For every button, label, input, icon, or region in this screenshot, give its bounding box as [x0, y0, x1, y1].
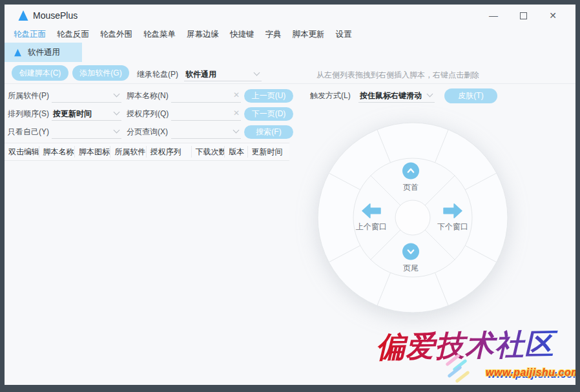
column-header-serial: 授权序列 [147, 146, 192, 158]
maximize-icon [520, 12, 527, 19]
trigger-mode-select[interactable]: 按住鼠标右键滑动 [358, 88, 435, 103]
chevron-down-icon [427, 91, 433, 98]
column-header-name: 脚本名称 [39, 146, 75, 158]
script-table-header: 双击编辑 脚本名称 脚本图标 所属软件 授权序列 下载次数 版本 更新时间 [5, 143, 289, 161]
mouseplus-logo-icon [17, 10, 29, 21]
chevron-down-circle-icon [402, 243, 419, 260]
owner-software-label: 所属软件(P) [8, 90, 54, 101]
search-button[interactable]: 搜索(F) [244, 125, 293, 139]
page-query-label: 分页查询(X) [127, 127, 172, 138]
watermark-url: www.paijishu.com [486, 367, 575, 378]
profile-triangle-icon [14, 48, 22, 57]
chevron-down-icon [114, 91, 120, 98]
decor-streak [455, 371, 470, 384]
drag-hint-text: 从左侧列表拖拽到右侧插入脚本，右键点击删除 [316, 70, 479, 81]
tab-screen-edge[interactable]: 屏幕边缘 [186, 28, 220, 43]
tab-script-update[interactable]: 脚本更新 [292, 28, 326, 43]
auth-serial-label: 授权序列(Q) [127, 108, 172, 119]
inherit-wheel-value: 软件通用 [185, 69, 216, 80]
profile-tab-label: 软件通用 [28, 47, 60, 58]
close-button[interactable]: ✕ [538, 7, 568, 24]
column-header-software: 所属软件 [110, 146, 146, 158]
wheel-sector-next-window[interactable]: 下个窗口 [437, 203, 468, 232]
only-mine-select[interactable] [52, 125, 121, 139]
script-name-label: 脚本名称(N) [127, 90, 172, 101]
maximize-button[interactable] [508, 7, 538, 24]
title-bar: MousePlus — ✕ [5, 5, 575, 26]
wheel-graphic [316, 122, 510, 316]
auth-serial-input[interactable]: ✕ [171, 107, 241, 121]
column-header-updated: 更新时间 [248, 146, 289, 158]
sort-order-label: 排列顺序(S) [8, 108, 54, 119]
toolbar-divider [5, 83, 575, 84]
profile-tab-general[interactable]: 软件通用 [5, 43, 82, 62]
mouseplus-window: MousePlus — ✕ 轮盘正面 轮盘反面 轮盘外围 轮盘菜单 屏幕边缘 快… [5, 5, 575, 385]
only-mine-label: 只看自己(Y) [8, 127, 54, 138]
skin-button[interactable]: 皮肤(T) [444, 88, 497, 103]
inherit-wheel-select[interactable]: 软件通用 [184, 67, 262, 81]
window-title: MousePlus [33, 10, 78, 21]
owner-software-select[interactable] [52, 88, 121, 103]
tab-hotkeys[interactable]: 快捷键 [229, 28, 255, 43]
clear-icon[interactable]: ✕ [233, 90, 240, 99]
wheel-sector-prev-window[interactable]: 上个窗口 [356, 203, 387, 232]
column-header-downloads: 下载次数 [192, 146, 225, 158]
chevron-down-icon [233, 127, 240, 134]
prev-page-button[interactable]: 上一页(U) [244, 89, 293, 103]
wheel-label-top: 页首 [403, 182, 419, 193]
chevron-up-circle-icon [402, 163, 419, 180]
tab-settings[interactable]: 设置 [335, 28, 353, 43]
column-header-version: 版本 [225, 146, 247, 158]
sort-order-select[interactable]: 按更新时间 [52, 107, 121, 121]
column-header-edit: 双击编辑 [5, 146, 39, 158]
add-software-button[interactable]: 添加软件(G) [72, 65, 129, 81]
chevron-down-icon [254, 70, 260, 76]
sort-order-value: 按更新时间 [53, 108, 92, 119]
wheel-sector-page-bottom[interactable]: 页尾 [402, 243, 419, 274]
tab-dictionary[interactable]: 字典 [265, 28, 282, 43]
wheel-label-right: 下个窗口 [437, 222, 468, 232]
tab-wheel-menu[interactable]: 轮盘菜单 [143, 28, 176, 43]
chevron-down-icon [114, 109, 120, 116]
create-script-button[interactable]: 创建脚本(C) [12, 65, 68, 81]
page-query-select[interactable] [171, 125, 241, 139]
tab-wheel-outer[interactable]: 轮盘外围 [99, 28, 133, 43]
inherit-wheel-label: 继承轮盘(P) [137, 69, 178, 80]
main-nav: 轮盘正面 轮盘反面 轮盘外围 轮盘菜单 屏幕边缘 快捷键 字典 脚本更新 设置 [13, 28, 353, 43]
wheel-label-left: 上个窗口 [356, 222, 387, 232]
tab-wheel-back[interactable]: 轮盘反面 [56, 28, 90, 43]
arrow-left-icon [362, 203, 381, 219]
wheel-label-bottom: 页尾 [403, 263, 419, 274]
next-page-button[interactable]: 下一页(D) [244, 107, 293, 121]
clear-icon[interactable]: ✕ [233, 108, 240, 118]
gesture-wheel: 页首 上个窗口 下个窗口 页尾 [316, 122, 510, 316]
arrow-right-icon [443, 203, 462, 219]
wheel-sector-page-top[interactable]: 页首 [402, 163, 419, 193]
script-name-input[interactable]: ✕ [171, 88, 241, 103]
tab-wheel-front[interactable]: 轮盘正面 [13, 28, 47, 43]
watermark-text: 偏爱技术社区 [376, 324, 575, 366]
minimize-button[interactable]: — [479, 7, 508, 24]
trigger-mode-label: 触发方式(L) [310, 90, 351, 101]
trigger-mode-value: 按住鼠标右键滑动 [360, 90, 422, 101]
column-header-icon: 脚本图标 [75, 146, 110, 158]
window-controls: — ✕ [479, 7, 568, 24]
chevron-down-icon [114, 127, 120, 134]
